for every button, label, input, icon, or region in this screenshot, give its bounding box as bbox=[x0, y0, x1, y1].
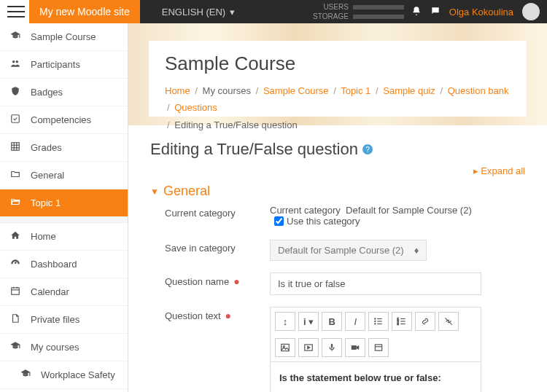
svg-point-12 bbox=[375, 318, 376, 319]
editor-media-button[interactable] bbox=[298, 338, 319, 357]
sidebar-item-label: Sample Course bbox=[31, 31, 96, 42]
graduation-icon bbox=[10, 341, 22, 353]
svg-rect-31 bbox=[375, 345, 381, 350]
editor-toolbar: ↕ i ▾ B I 123 bbox=[271, 307, 481, 362]
svg-point-0 bbox=[12, 60, 15, 63]
folder-open-icon bbox=[10, 197, 22, 209]
required-icon: ● bbox=[233, 275, 239, 287]
page-title: Sample Course bbox=[165, 52, 511, 75]
editor-italic-button[interactable]: I bbox=[345, 312, 365, 331]
chat-icon[interactable] bbox=[430, 6, 441, 18]
question-name-input[interactable] bbox=[270, 273, 481, 295]
crumb-sample-course[interactable]: Sample Course bbox=[263, 85, 329, 96]
editor-ol-button[interactable]: 123 bbox=[392, 312, 412, 331]
crumb-qbank[interactable]: Question bank bbox=[448, 85, 509, 96]
folder-icon bbox=[10, 169, 22, 181]
use-this-category-checkbox[interactable] bbox=[274, 216, 284, 226]
sidebar-item-label: Topic 1 bbox=[31, 197, 61, 208]
sidebar-item-grades[interactable]: Grades bbox=[0, 134, 128, 162]
svg-rect-28 bbox=[331, 344, 333, 348]
editor-unlink-button[interactable] bbox=[438, 312, 459, 331]
current-category-text: Current category bbox=[270, 205, 341, 216]
sidebar-item-dashboard[interactable]: Dashboard bbox=[0, 251, 128, 278]
sidebar-item-label: Competencies bbox=[31, 114, 91, 125]
top-bar: My new Moodle site ENGLISH (EN) ▾ USERS … bbox=[0, 0, 547, 23]
svg-point-16 bbox=[375, 324, 376, 324]
label-current-category: Current category bbox=[165, 205, 260, 219]
users-icon bbox=[10, 58, 22, 71]
current-category-value: Default for Sample Course (2) bbox=[346, 205, 472, 216]
storage-label: STORAGE bbox=[313, 12, 349, 21]
sidebar-item-general[interactable]: General bbox=[0, 162, 128, 189]
user-name[interactable]: Olga Kokoulina bbox=[449, 7, 513, 17]
sidebar-item-workplace-safety[interactable]: Workplace Safety bbox=[0, 361, 128, 389]
rich-text-editor: ↕ i ▾ B I 123 bbox=[270, 307, 481, 392]
header-right: Olga Kokoulina bbox=[411, 3, 540, 20]
required-icon: ● bbox=[225, 310, 231, 321]
sidebar-item-label: Home bbox=[31, 231, 56, 242]
use-this-category[interactable]: Use this category bbox=[274, 216, 360, 227]
site-name-button[interactable]: My new Moodle site bbox=[29, 0, 140, 23]
editor-toggle-icon[interactable]: ↕ bbox=[275, 312, 295, 331]
banner: Sample Course Home / My courses / Sample… bbox=[128, 23, 547, 125]
svg-point-1 bbox=[16, 60, 18, 63]
svg-rect-25 bbox=[282, 344, 290, 350]
crumb-home[interactable]: Home bbox=[165, 85, 190, 96]
sidebar-item-competencies[interactable]: Competencies bbox=[0, 106, 128, 134]
hamburger-wrap bbox=[0, 0, 29, 23]
editor-content[interactable]: Is the statement below true or false: Du… bbox=[271, 362, 481, 392]
sidebar: Sample CourseParticipantsBadgesCompetenc… bbox=[0, 23, 128, 392]
section-general[interactable]: ▼ General bbox=[150, 184, 525, 199]
language-selector[interactable]: ENGLISH (EN) ▾ bbox=[162, 7, 235, 17]
editor-image-button[interactable] bbox=[275, 338, 295, 357]
main-content: Sample Course Home / My courses / Sample… bbox=[128, 23, 547, 392]
svg-rect-30 bbox=[352, 345, 357, 350]
sidebar-separator bbox=[0, 217, 128, 223]
editor-bold-button[interactable]: B bbox=[322, 312, 342, 331]
editor-video-button[interactable] bbox=[345, 338, 365, 357]
crumb-quiz[interactable]: Sample quiz bbox=[383, 85, 435, 96]
stats-panel: USERS STORAGE bbox=[313, 2, 404, 21]
editor-link-button[interactable] bbox=[415, 312, 435, 331]
help-icon[interactable]: ? bbox=[362, 144, 373, 154]
storage-bar bbox=[353, 15, 404, 19]
save-in-category-select[interactable]: Default for Sample Course (2) ♦ bbox=[270, 240, 427, 261]
crumb-topic[interactable]: Topic 1 bbox=[341, 85, 371, 96]
sidebar-item-label: Dashboard bbox=[31, 259, 77, 270]
graduation-icon bbox=[10, 31, 22, 43]
editor-manage-button[interactable] bbox=[368, 338, 389, 357]
bell-icon[interactable] bbox=[411, 6, 422, 18]
svg-rect-8 bbox=[12, 288, 20, 294]
sidebar-item-label: Grades bbox=[31, 142, 62, 153]
check-icon bbox=[10, 114, 22, 126]
home-icon bbox=[10, 230, 22, 243]
sidebar-item-home[interactable]: Home bbox=[0, 223, 128, 251]
expand-all-link[interactable]: ▸ Expand all bbox=[473, 165, 525, 176]
editor-paragraph-button[interactable]: i ▾ bbox=[298, 312, 319, 331]
grid-icon bbox=[10, 141, 22, 154]
avatar[interactable] bbox=[522, 3, 540, 20]
hamburger-icon[interactable] bbox=[7, 4, 25, 19]
sidebar-item-label: Calendar bbox=[31, 286, 69, 297]
sidebar-item-topic-1[interactable]: Topic 1 bbox=[0, 189, 128, 217]
sidebar-item-label: General bbox=[31, 170, 64, 181]
sidebar-item-label: Badges bbox=[31, 87, 63, 98]
editor-ul-button[interactable] bbox=[368, 312, 389, 331]
crumb-editing: Editing a True/False question bbox=[174, 119, 297, 130]
breadcrumb: Home / My courses / Sample Course / Topi… bbox=[165, 82, 511, 133]
shield-icon bbox=[10, 86, 22, 98]
users-bar bbox=[353, 5, 404, 9]
sidebar-item-my-courses[interactable]: My courses bbox=[0, 334, 128, 361]
users-label: USERS bbox=[323, 2, 348, 12]
sidebar-item-badges[interactable]: Badges bbox=[0, 79, 128, 106]
sidebar-item-private-files[interactable]: Private files bbox=[0, 306, 128, 334]
svg-text:3: 3 bbox=[397, 322, 400, 326]
sidebar-item-calendar[interactable]: Calendar bbox=[0, 278, 128, 306]
editor-mic-button[interactable] bbox=[322, 338, 342, 357]
file-icon bbox=[10, 313, 22, 326]
crumb-questions[interactable]: Questions bbox=[174, 102, 217, 113]
sidebar-item-participants[interactable]: Participants bbox=[0, 51, 128, 79]
content-heading: Editing a True/False question ? bbox=[150, 140, 525, 159]
sidebar-item-sample-course[interactable]: Sample Course bbox=[0, 23, 128, 51]
graduation-icon bbox=[20, 369, 32, 381]
